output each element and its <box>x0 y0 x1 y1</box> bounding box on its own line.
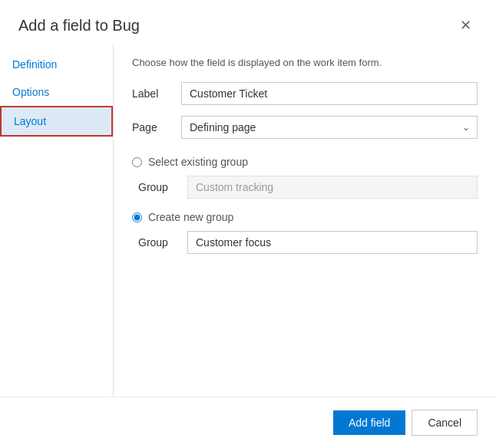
dialog: Add a field to Bug ✕ Definition Options … <box>0 0 496 448</box>
dialog-body: Definition Options Layout Choose how the… <box>0 44 496 397</box>
add-field-button[interactable]: Add field <box>333 410 405 435</box>
radio-section: Select existing group Group Create new g… <box>132 156 478 266</box>
select-existing-group-row: Select existing group <box>132 156 478 168</box>
close-icon: ✕ <box>460 18 471 33</box>
page-field-label: Page <box>132 121 181 133</box>
sidebar-item-layout[interactable]: Layout <box>0 106 113 137</box>
label-field-input[interactable] <box>181 82 478 105</box>
select-existing-group-radio[interactable] <box>132 157 142 167</box>
page-select-wrapper: Defining page ⌄ <box>181 116 478 139</box>
group-label-1: Group <box>138 181 187 193</box>
close-button[interactable]: ✕ <box>454 15 478 35</box>
new-group-input[interactable] <box>187 231 478 254</box>
create-new-group-radio[interactable] <box>132 212 142 222</box>
sidebar-item-options[interactable]: Options <box>0 78 113 106</box>
create-new-group-row: Create new group <box>132 211 478 223</box>
label-field-label: Label <box>132 87 181 100</box>
main-content: Choose how the field is displayed on the… <box>114 44 496 397</box>
existing-group-input <box>187 176 478 199</box>
sidebar-item-definition[interactable]: Definition <box>0 51 113 78</box>
page-row: Page Defining page ⌄ <box>132 116 478 139</box>
cancel-button[interactable]: Cancel <box>412 410 478 436</box>
existing-group-row: Group <box>138 176 478 199</box>
dialog-header: Add a field to Bug ✕ <box>0 0 496 44</box>
select-existing-group-label[interactable]: Select existing group <box>148 156 248 168</box>
new-group-row: Group <box>138 231 478 254</box>
sidebar: Definition Options Layout <box>0 44 114 397</box>
dialog-title: Add a field to Bug <box>18 17 140 35</box>
description-text: Choose how the field is displayed on the… <box>132 57 478 68</box>
page-select[interactable]: Defining page <box>181 116 478 139</box>
group-label-2: Group <box>138 236 187 249</box>
label-row: Label <box>132 82 478 105</box>
dialog-footer: Add field Cancel <box>0 397 496 448</box>
create-new-group-label[interactable]: Create new group <box>148 211 233 223</box>
